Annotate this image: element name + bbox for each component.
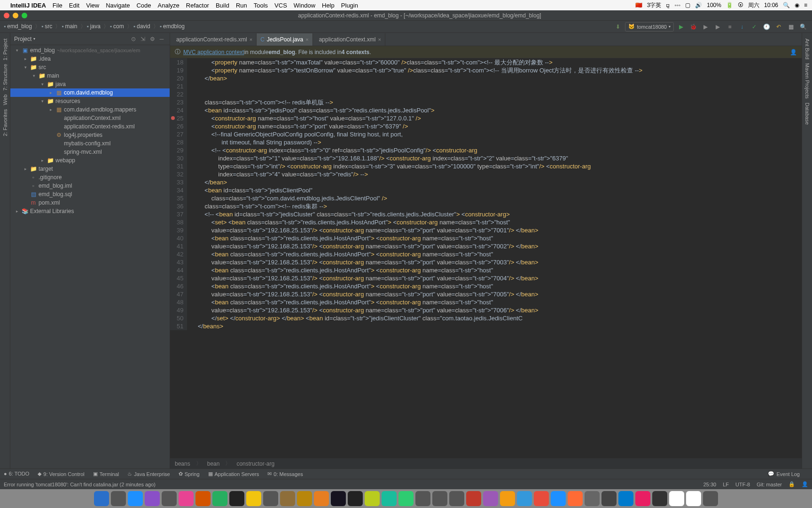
editor-breadcrumbs[interactable]: beans〉bean〉constructor-arg — [170, 458, 802, 468]
git-branch[interactable]: Git: master — [757, 482, 782, 487]
dock-app23[interactable] — [669, 491, 684, 506]
expand-icon[interactable]: ▸ — [14, 209, 20, 214]
dock-app20[interactable] — [601, 491, 617, 506]
tree-item-applicationcontext-redis-xml[interactable]: applicationContext-redis.xml — [10, 122, 170, 131]
tool-database[interactable]: Database — [804, 103, 810, 125]
dock-app21[interactable] — [635, 491, 650, 506]
clock-day[interactable]: 周六 — [748, 1, 759, 9]
menu-file[interactable]: File — [53, 2, 62, 9]
dock-settings[interactable] — [162, 491, 177, 506]
dock-safari[interactable] — [128, 491, 143, 506]
dock-app24[interactable] — [686, 491, 701, 506]
tree-item-com-david-emdblog-mappers[interactable]: ▸▦com.david.emdblog.mappers — [10, 105, 170, 114]
dock-finder[interactable] — [94, 491, 109, 506]
tree-item-external-libraries[interactable]: ▸📚External Libraries — [10, 207, 170, 215]
dock-chrome[interactable] — [246, 491, 261, 506]
tree-item-resources[interactable]: ▾📁resources — [10, 97, 170, 105]
dock-app7[interactable] — [348, 491, 363, 506]
dock-trash[interactable] — [703, 491, 718, 506]
dock-app22[interactable] — [652, 491, 667, 506]
menu-refactor[interactable]: Refactor — [186, 2, 209, 9]
profile-button[interactable]: ▶ — [712, 22, 723, 32]
menu-code[interactable]: Code — [136, 2, 151, 9]
project-tree[interactable]: ▾▣emd_blog~/workspace/idea_space/jiaoxue… — [10, 45, 170, 468]
wifi-icon[interactable]: ◦◦◦ — [674, 2, 680, 8]
minimize-window-button[interactable] — [13, 13, 18, 18]
expand-icon[interactable]: ▸ — [23, 56, 28, 61]
run-button[interactable]: ▶ — [676, 22, 686, 32]
battery-icon[interactable]: 🔋 — [726, 2, 733, 8]
bottom-tool-spring[interactable]: ✿Spring — [179, 471, 200, 477]
tool-maven-projects[interactable]: Maven Projects — [804, 63, 810, 99]
menu-window[interactable]: Window — [294, 2, 315, 9]
breadcrumb-java[interactable]: ▪java — [87, 23, 101, 30]
breadcrumb-main[interactable]: ▪main — [62, 23, 77, 30]
project-structure-icon[interactable]: ▦ — [786, 22, 796, 32]
build-icon[interactable]: ⬇ — [613, 22, 623, 32]
expand-icon[interactable]: ▸ — [48, 107, 54, 112]
dock-app10[interactable] — [415, 491, 430, 506]
bottom-tool-java-enterprise[interactable]: ♨Java Enterprise — [127, 471, 170, 477]
tree-item-webapp[interactable]: ▸📁webapp — [10, 156, 170, 165]
line-separator[interactable]: LF — [723, 482, 729, 487]
vcs-commit-icon[interactable]: ✓ — [749, 22, 759, 32]
tree-item-emd-blog-iml[interactable]: ▫emd_blog.iml — [10, 182, 170, 190]
dock-app4[interactable] — [263, 491, 278, 506]
tree-item-main[interactable]: ▾📁main — [10, 71, 170, 80]
volume-icon[interactable]: 🔊 — [695, 2, 702, 8]
dock-app15[interactable] — [500, 491, 515, 506]
editor-crumb-constructor-arg[interactable]: constructor-arg — [236, 460, 274, 467]
menu-tools[interactable]: Tools — [254, 2, 268, 9]
clock-time[interactable]: 10:06 — [764, 2, 778, 8]
bottom-tool-9--version-control[interactable]: ◆9: Version Control — [38, 471, 84, 477]
tree-item-src[interactable]: ▾📁src — [10, 63, 170, 71]
tool-ant-build[interactable]: Ant Build — [804, 39, 810, 59]
menu-navigate[interactable]: Navigate — [106, 2, 130, 9]
breakpoint-icon[interactable] — [171, 116, 175, 120]
menu-analyze[interactable]: Analyze — [158, 2, 180, 9]
bottom-tool-application-servers[interactable]: ▦Application Servers — [208, 471, 259, 477]
dock-app5[interactable] — [280, 491, 295, 506]
tree-item--idea[interactable]: ▸📁.idea — [10, 55, 170, 63]
hide-panel-icon[interactable]: ─ — [157, 35, 166, 43]
tree-item-pom-xml[interactable]: mpom.xml — [10, 198, 170, 207]
tab-applicationcontext-redis-xml[interactable]: applicationContext-redis.xml× — [170, 33, 257, 46]
dock-filezilla[interactable] — [534, 491, 549, 506]
dock-app[interactable] — [145, 491, 160, 506]
breadcrumb-emdblog[interactable]: ▪emdblog — [160, 23, 185, 30]
locate-file-icon[interactable]: ⊙ — [129, 35, 138, 43]
dock-app11[interactable] — [432, 491, 447, 506]
expand-icon[interactable]: ▾ — [31, 73, 37, 78]
tree-item-emd-blog[interactable]: ▾▣emd_blog~/workspace/idea_space/jiaoxue… — [10, 46, 170, 55]
hector-icon[interactable]: 👤 — [790, 49, 797, 56]
close-tab-icon[interactable]: × — [305, 37, 308, 42]
tree-item-target[interactable]: ▸📁target — [10, 165, 170, 173]
flag-icon[interactable]: 🇨🇳 — [635, 2, 642, 8]
tree-item-java[interactable]: ▾📁java — [10, 80, 170, 88]
run-coverage-button[interactable]: ▶ — [700, 22, 710, 32]
expand-icon[interactable]: ▸ — [23, 167, 28, 171]
inspector-icon[interactable]: 👤 — [802, 481, 808, 487]
mvc-context-link[interactable]: MVC application context — [183, 49, 244, 56]
tree-item-applicationcontext-xml[interactable]: applicationContext.xml — [10, 114, 170, 122]
breadcrumb-src[interactable]: ▪src — [41, 23, 52, 30]
bottom-tool-terminal[interactable]: ▣Terminal — [93, 471, 119, 477]
menu-view[interactable]: View — [86, 2, 99, 9]
event-log-button[interactable]: 💬 Event Log — [768, 471, 800, 477]
dock-app17[interactable] — [551, 491, 566, 506]
expand-icon[interactable]: ▾ — [39, 82, 45, 87]
tool----favorites[interactable]: 2: Favorites — [2, 109, 8, 136]
tree-item-emd-blog-sql[interactable]: ▤emd_blog.sql — [10, 190, 170, 198]
dock-app16[interactable] — [517, 491, 532, 506]
battery-percent[interactable]: 100% — [707, 2, 721, 8]
tool----project[interactable]: 1: Project — [2, 39, 8, 60]
dock-intellij[interactable] — [331, 491, 346, 506]
notification-center-icon[interactable]: ≡ — [804, 2, 807, 8]
breadcrumb-com[interactable]: ▪com — [110, 23, 124, 30]
dock-app8[interactable] — [365, 491, 380, 506]
zoom-window-button[interactable] — [22, 13, 27, 18]
expand-icon[interactable]: ▸ — [39, 158, 45, 163]
search-everywhere-icon[interactable]: 🔍 — [798, 22, 808, 32]
dock-app6[interactable] — [297, 491, 312, 506]
menu-plugin[interactable]: Plugin — [341, 2, 358, 9]
